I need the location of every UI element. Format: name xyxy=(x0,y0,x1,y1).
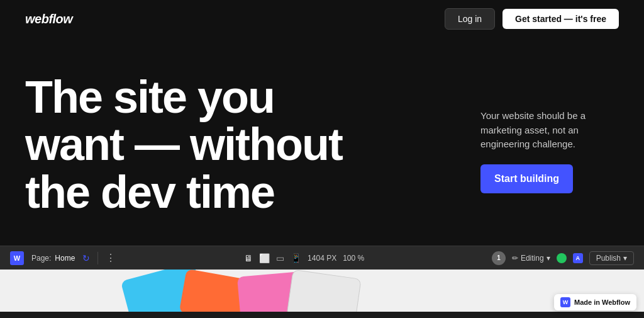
toolbar-webflow-logo: W xyxy=(10,251,24,265)
login-button[interactable]: Log in xyxy=(445,8,495,30)
toolbar-right: 1 ✏ Editing ▾ A Publish ▾ xyxy=(492,251,634,265)
canvas-size: 1404 PX 100 % xyxy=(308,254,364,263)
header: webflow Log in Get started — it's free xyxy=(0,0,644,38)
tablet-landscape-icon[interactable]: ⬜ xyxy=(259,253,270,263)
start-building-button[interactable]: Start building xyxy=(480,164,573,193)
status-dot xyxy=(557,253,567,263)
tablet-portrait-icon[interactable]: ▭ xyxy=(276,253,284,263)
editing-mode[interactable]: ✏ Editing ▾ xyxy=(512,254,550,263)
hero-left: The site you want — without the dev time xyxy=(25,74,342,217)
refresh-icon[interactable]: ↻ xyxy=(82,253,90,263)
hero-subtitle: Your website should be a marketing asset… xyxy=(480,109,619,152)
webflow-badge-label: Made in Webflow xyxy=(574,298,630,306)
hero-section: The site you want — without the dev time… xyxy=(0,38,644,246)
page-label: Page: xyxy=(31,254,51,263)
preview-area xyxy=(0,270,644,312)
logo: webflow xyxy=(25,12,72,26)
card-white xyxy=(286,270,361,312)
header-actions: Log in Get started — it's free xyxy=(445,8,619,30)
hero-title: The site you want — without the dev time xyxy=(25,74,342,217)
get-started-button[interactable]: Get started — it's free xyxy=(502,9,619,29)
publish-label: Publish xyxy=(596,254,621,263)
publish-icon: A xyxy=(573,253,583,263)
page-name: Home xyxy=(55,254,75,263)
user-avatar: 1 xyxy=(492,251,506,265)
made-in-webflow-badge[interactable]: W Made in Webflow xyxy=(554,294,636,310)
toolbar: W Page: Home ↻ ⋮ 🖥 ⬜ ▭ 📱 1404 PX 100 % 1… xyxy=(0,246,644,270)
mobile-icon[interactable]: 📱 xyxy=(291,253,301,263)
edit-icon: ✏ xyxy=(512,254,518,263)
webflow-badge-icon: W xyxy=(560,297,570,307)
toolbar-divider-1 xyxy=(97,252,98,264)
toolbar-page-info: Page: Home xyxy=(31,254,75,263)
desktop-icon[interactable]: 🖥 xyxy=(244,253,253,263)
editing-label: Editing xyxy=(521,254,544,263)
publish-button[interactable]: Publish ▾ xyxy=(589,251,634,265)
publish-chevron: ▾ xyxy=(623,254,627,263)
more-options-icon[interactable]: ⋮ xyxy=(106,252,116,264)
hero-right: Your website should be a marketing asset… xyxy=(480,109,619,193)
editing-chevron: ▾ xyxy=(547,254,550,263)
device-switcher: 🖥 ⬜ ▭ 📱 1404 PX 100 % xyxy=(124,253,484,263)
